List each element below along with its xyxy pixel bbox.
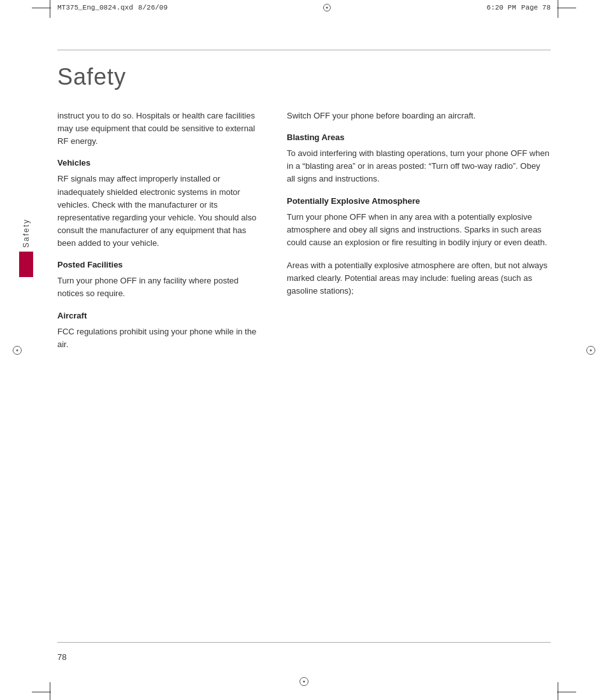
explosive-atmosphere-heading: Potentially Explosive Atmosphere bbox=[287, 196, 551, 206]
aircraft-heading: Aircraft bbox=[57, 311, 261, 320]
header-bar: MT375_Eng_0824.qxd 8/26/09 6:20 PM Page … bbox=[57, 4, 551, 11]
left-intro-text: instruct you to do so. Hospitals or heal… bbox=[57, 110, 261, 148]
header-filename: MT375_Eng_0824.qxd bbox=[57, 4, 133, 11]
crop-mark bbox=[557, 692, 576, 692]
right-section-explosive-atmosphere: Potentially Explosive Atmosphere Turn yo… bbox=[287, 196, 551, 249]
two-column-layout: Safety instruct you to do so. Hospitals … bbox=[57, 110, 551, 361]
posted-facilities-heading: Posted Facilities bbox=[57, 260, 261, 269]
blasting-areas-heading: Blasting Areas bbox=[287, 132, 551, 142]
page-number: 78 bbox=[57, 652, 66, 662]
aircraft-body: FCC regulations prohibit using your phon… bbox=[57, 325, 261, 351]
registration-mark-bottom bbox=[300, 677, 308, 686]
header-time: 6:20 PM bbox=[487, 4, 516, 11]
right-section-blasting-areas: Blasting Areas To avoid interfering with… bbox=[287, 132, 551, 185]
blasting-areas-body: To avoid interfering with blasting opera… bbox=[287, 147, 551, 185]
page-title: Safety bbox=[57, 64, 551, 90]
right-intro-text: Switch OFF your phone before boarding an… bbox=[287, 110, 551, 122]
right-section-explosive-areas: Areas with a potentially explosive atmos… bbox=[287, 259, 551, 297]
left-section-aircraft: Aircraft FCC regulations prohibit using … bbox=[57, 311, 261, 351]
page-wrapper: MT375_Eng_0824.qxd 8/26/09 6:20 PM Page … bbox=[0, 0, 608, 700]
registration-mark-top bbox=[323, 4, 331, 11]
header-date: 8/26/09 bbox=[138, 4, 168, 11]
vehicles-body: RF signals may affect improperly install… bbox=[57, 173, 261, 250]
side-label-bar bbox=[19, 252, 33, 277]
crop-mark bbox=[558, 682, 558, 700]
explosive-areas-body: Areas with a potentially explosive atmos… bbox=[287, 259, 551, 297]
side-label-text: Safety bbox=[22, 218, 31, 248]
registration-mark-right bbox=[586, 346, 595, 355]
header-page: Page 78 bbox=[521, 4, 551, 11]
top-rule bbox=[57, 50, 551, 50]
crop-mark bbox=[50, 0, 50, 18]
crop-mark bbox=[50, 682, 50, 700]
side-label-container: Safety bbox=[19, 218, 33, 277]
crop-mark bbox=[557, 8, 576, 8]
registration-mark-left bbox=[13, 346, 22, 355]
left-section-posted-facilities: Posted Facilities Turn your phone OFF in… bbox=[57, 260, 261, 300]
crop-mark bbox=[558, 0, 558, 18]
vehicles-heading: Vehicles bbox=[57, 158, 261, 168]
right-column: Switch OFF your phone before boarding an… bbox=[287, 110, 551, 361]
crop-mark bbox=[32, 8, 51, 8]
posted-facilities-body: Turn your phone OFF in any facility wher… bbox=[57, 275, 261, 300]
bottom-rule bbox=[57, 642, 551, 643]
left-section-vehicles: Vehicles RF signals may affect improperl… bbox=[57, 158, 261, 250]
explosive-atmosphere-body: Turn your phone OFF when in any area wit… bbox=[287, 211, 551, 249]
crop-mark bbox=[32, 692, 51, 692]
content-area: Safety Safety instruct you to do so. Hos… bbox=[57, 25, 551, 675]
left-column: Safety instruct you to do so. Hospitals … bbox=[57, 110, 261, 361]
